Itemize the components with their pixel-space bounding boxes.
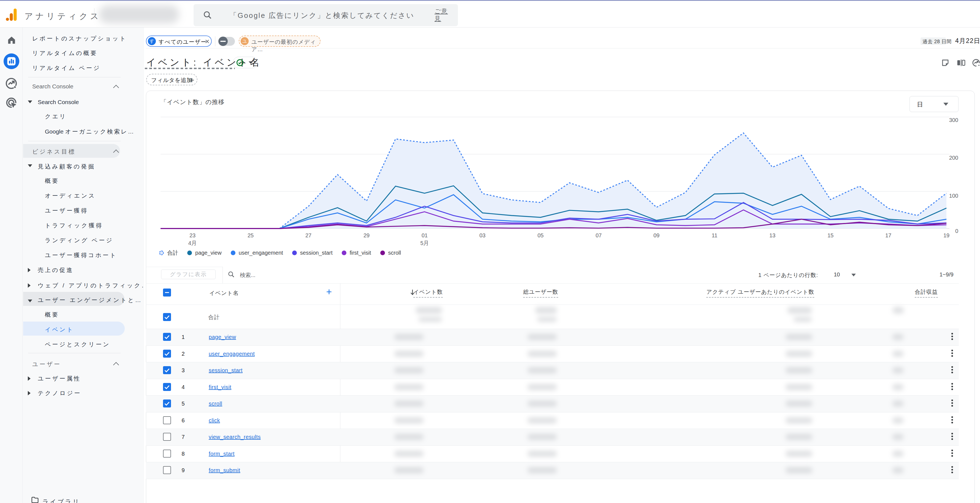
svg-text:29: 29	[363, 232, 369, 239]
svg-text:13: 13	[769, 232, 775, 239]
svg-text:05: 05	[538, 232, 544, 239]
svg-text:23: 23	[189, 232, 196, 239]
svg-text:300: 300	[949, 117, 958, 123]
svg-text:0: 0	[955, 228, 958, 234]
svg-text:25: 25	[248, 232, 254, 239]
svg-text:27: 27	[305, 232, 312, 239]
svg-text:100: 100	[949, 193, 958, 199]
svg-text:03: 03	[479, 232, 485, 239]
svg-text:200: 200	[949, 155, 958, 161]
svg-text:09: 09	[654, 232, 659, 239]
svg-text:01: 01	[422, 232, 428, 239]
svg-text:15: 15	[827, 232, 834, 239]
svg-text:4月: 4月	[188, 240, 197, 246]
svg-text:5月: 5月	[420, 240, 429, 246]
svg-text:17: 17	[885, 232, 891, 239]
svg-text:11: 11	[712, 232, 718, 239]
svg-text:07: 07	[596, 232, 602, 239]
svg-text:19: 19	[943, 232, 950, 239]
